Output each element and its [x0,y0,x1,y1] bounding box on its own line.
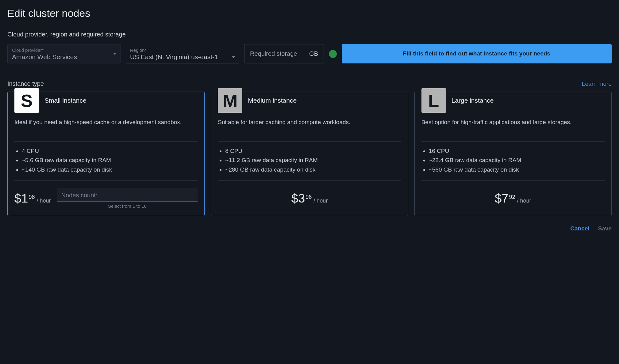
instance-header: Instance type Learn more [7,80,612,87]
price: $396/ hour [291,191,328,205]
card-footer: $396/ hour [218,188,401,209]
nodes-count-input[interactable]: Nodes count* [57,188,198,202]
region-select[interactable]: Region* US East (N. Virginia) us-east-1 [126,44,239,63]
instance-card-s[interactable]: SSmall instanceIdeal if you need a high-… [7,92,205,216]
instance-cards-row: SSmall instanceIdeal if you need a high-… [7,92,612,216]
spec-item: 4 CPU [22,146,198,156]
instance-name: Large instance [452,97,494,104]
size-badge-icon: L [421,88,446,113]
price-cents: 96 [306,194,312,200]
spec-item: ~140 GB raw data capacity on disk [22,165,198,174]
info-banner: Fill this field to find out what instanc… [342,44,612,63]
instance-specs: 4 CPU~5.6 GB raw data capacity in RAM~14… [14,146,198,181]
price: $792/ hour [495,191,531,205]
cancel-button[interactable]: Cancel [570,225,589,232]
required-storage-input[interactable]: Required storage GB [244,44,324,63]
price-unit: / hour [517,198,531,204]
instance-name: Medium instance [248,97,297,104]
price-cents: 98 [29,194,35,200]
price-main: $1 [14,191,28,205]
price-unit: / hour [313,198,328,204]
cloud-provider-value: Amazon Web Services [12,53,116,61]
controls-row: Cloud provider* Amazon Web Services Regi… [7,44,612,63]
card-footer: $198/ hourNodes count*Select from 1 to 1… [14,188,198,209]
region-value: US East (N. Virginia) us-east-1 [130,53,235,61]
size-badge-icon: S [14,88,39,113]
nodes-helper-text: Select from 1 to 16 [57,203,198,209]
storage-label: Required storage [250,50,297,57]
save-button[interactable]: Save [598,225,612,232]
nodes-placeholder: Nodes count* [61,192,194,199]
page-title: Edit cluster nodes [7,7,612,19]
chevron-down-icon [232,56,235,58]
spec-item: ~5.6 GB raw data capacity in RAM [22,156,198,165]
price-main: $7 [495,191,509,205]
spec-item: ~280 GB raw data capacity on disk [225,165,401,174]
action-bar: Cancel Save [7,225,612,232]
price-main: $3 [291,191,305,205]
instance-description: Suitable for larger caching and compute … [218,118,401,142]
price: $198/ hour [14,191,51,205]
region-label: Region* [130,47,235,53]
spec-item: ~22.4 GB raw data capacity in RAM [429,156,605,165]
cloud-provider-label: Cloud provider* [12,47,116,53]
cloud-provider-select[interactable]: Cloud provider* Amazon Web Services [7,44,121,63]
spec-item: 16 CPU [429,146,605,156]
instance-description: Ideal if you need a high-speed cache or … [14,118,198,142]
instance-name: Small instance [44,97,87,104]
storage-unit: GB [309,50,318,57]
instance-card-m[interactable]: MMedium instanceSuitable for larger cach… [211,92,408,216]
section-label-provider: Cloud provider, region and required stor… [7,31,612,38]
card-footer: $792/ hour [421,188,605,209]
price-cents: 92 [509,194,515,200]
chevron-down-icon [113,53,116,55]
spec-item: ~560 GB raw data capacity on disk [429,165,605,174]
instance-specs: 16 CPU~22.4 GB raw data capacity in RAM~… [421,146,605,181]
divider [7,72,612,72]
instance-specs: 8 CPU~11.2 GB raw data capacity in RAM~2… [218,146,401,181]
arrow-left-icon: ← [329,50,337,58]
instance-type-label: Instance type [7,80,44,87]
size-badge-icon: M [218,88,242,113]
price-unit: / hour [37,198,51,204]
instance-card-l[interactable]: LLarge instanceBest option for high-traf… [414,92,612,216]
spec-item: 8 CPU [225,146,401,156]
spec-item: ~11.2 GB raw data capacity in RAM [225,156,401,165]
learn-more-link[interactable]: Learn more [582,81,612,87]
instance-description: Best option for high-traffic application… [421,118,605,142]
